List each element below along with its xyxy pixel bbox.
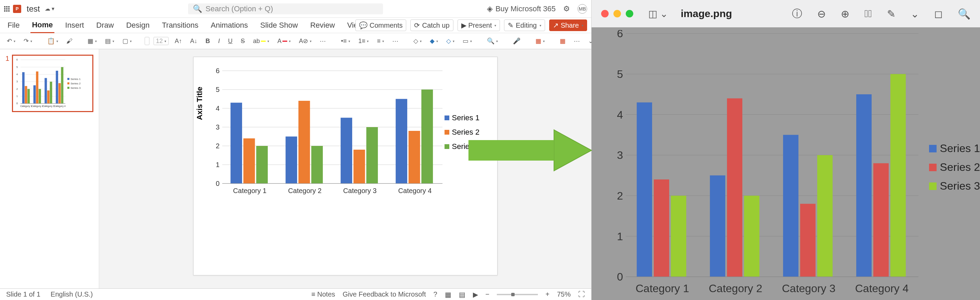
arrow-annotation [465, 116, 595, 186]
numbering-button[interactable]: 1≡ [356, 36, 371, 46]
format-painter-button[interactable]: 🖌 [64, 36, 75, 46]
preview-canvas[interactable]: 0123456Category 1Category 2Category 3Cat… [592, 27, 980, 300]
font-size-select[interactable]: 12 [154, 37, 169, 45]
markup-icon[interactable]: ✎ [887, 8, 896, 20]
search-icon[interactable]: 🔍 [958, 8, 970, 20]
bullets-button[interactable]: •≡ [339, 36, 352, 46]
new-slide-button[interactable]: ▦ [86, 36, 99, 46]
tab-design[interactable]: Design [125, 18, 151, 32]
tab-slide-show[interactable]: Slide Show [259, 18, 299, 32]
clear-formatting-button[interactable]: A⊘ [297, 36, 313, 46]
highlight-color-button[interactable]: ab [251, 36, 271, 46]
more-commands-button[interactable]: ⋯ [572, 36, 582, 46]
normal-view-icon[interactable]: ▦ [445, 290, 451, 298]
window-minimize-button[interactable] [613, 10, 621, 17]
info-icon[interactable]: ⓘ [792, 7, 802, 21]
redo-button[interactable]: ↷ [22, 36, 34, 46]
share-button[interactable]: ↗ Share [549, 19, 587, 31]
svg-rect-59 [421, 89, 433, 184]
search-input[interactable]: 🔍 Search (Option + Q) [188, 3, 383, 14]
find-button[interactable]: 🔍 [485, 36, 500, 46]
designer-button[interactable]: ▦ [533, 36, 547, 46]
editing-mode-button[interactable]: ✎ Editing [504, 19, 545, 31]
svg-rect-45 [231, 103, 242, 184]
tab-file[interactable]: File [6, 18, 21, 32]
slideshow-view-icon[interactable]: ▶ [473, 290, 478, 298]
tab-animations[interactable]: Animations [209, 18, 249, 32]
svg-text:2: 2 [617, 190, 623, 202]
tab-home[interactable]: Home [30, 18, 54, 33]
svg-rect-27 [59, 83, 61, 103]
underline-button[interactable]: U [226, 36, 235, 46]
tab-review[interactable]: Review [309, 18, 336, 32]
titlebar: P test ☁︎ ▾ 🔍 Search (Option + Q) ◈Buy M… [0, 0, 591, 18]
help-icon[interactable]: ? [433, 290, 437, 298]
slide-canvas[interactable]: Axis Title 0123456Category 1Category 2Ca… [193, 57, 498, 275]
layout-button[interactable]: ▤ [103, 36, 116, 46]
zoom-out-icon[interactable]: ⊖ [817, 8, 826, 20]
shapes-button[interactable]: ◇ [411, 36, 424, 46]
window-zoom-button[interactable] [626, 10, 633, 17]
language-status[interactable]: English (U.S.) [51, 290, 93, 298]
tab-transitions[interactable]: Transitions [161, 18, 200, 32]
zoom-out-button[interactable]: − [485, 290, 490, 298]
italic-button[interactable]: I [216, 36, 222, 46]
strikethrough-button[interactable]: S [239, 36, 247, 46]
avatar[interactable]: MB [578, 4, 587, 14]
bold-button[interactable]: B [204, 36, 212, 46]
sorter-view-icon[interactable]: ▤ [459, 290, 465, 298]
shape-fill-button[interactable]: ◆ [428, 36, 440, 46]
shape-outline-button[interactable]: ◇ [444, 36, 457, 46]
svg-rect-24 [50, 82, 52, 103]
decrease-font-button[interactable]: A↓ [188, 36, 199, 46]
present-button[interactable]: ▶ Present [458, 19, 500, 31]
more-paragraph-button[interactable]: ⋯ [390, 36, 401, 46]
undo-button[interactable]: ↶ [5, 36, 18, 46]
markup-caret-icon[interactable]: ⌄ [911, 8, 919, 20]
svg-rect-14 [22, 72, 25, 103]
align-button[interactable]: ≡ [375, 36, 386, 46]
catch-up-button[interactable]: ⟳ Catch up [410, 19, 453, 31]
chart-object[interactable]: Axis Title 0123456Category 1Category 2Ca… [202, 67, 489, 197]
svg-text:6: 6 [617, 30, 623, 40]
notes-button[interactable]: ≡ Notes [312, 290, 335, 298]
zoom-in-icon[interactable]: ⊕ [841, 8, 850, 20]
ribbon-tabs: File Home Insert Draw Design Transitions… [0, 18, 591, 33]
font-family-select[interactable] [145, 37, 150, 45]
document-name[interactable]: test [27, 4, 40, 14]
rotate-icon[interactable]: ◻ [934, 8, 943, 20]
slide-thumbnail-1[interactable]: 1 0123456Category 1Category 2Category 3C… [5, 55, 93, 112]
svg-rect-50 [298, 101, 310, 184]
zoom-slider[interactable] [497, 294, 538, 295]
arrange-button[interactable]: ▭ [461, 36, 474, 46]
sidebar-toggle-icon[interactable]: ◫ ⌄ [648, 8, 668, 19]
zoom-level[interactable]: 75% [557, 290, 571, 298]
font-color-button[interactable]: A [275, 36, 293, 46]
svg-text:Category 3: Category 3 [343, 187, 377, 194]
svg-rect-15 [25, 86, 27, 103]
buy-m365-button[interactable]: ◈Buy Microsoft 365 [487, 5, 556, 13]
svg-text:Category 4: Category 4 [855, 282, 909, 295]
reset-button[interactable]: ▢ [120, 36, 134, 46]
svg-text:3: 3 [215, 123, 219, 131]
increase-font-button[interactable]: A↑ [173, 36, 184, 46]
settings-icon[interactable]: ⚙ [563, 5, 570, 13]
tab-insert[interactable]: Insert [64, 18, 86, 32]
fit-to-window-button[interactable]: ⛶ [578, 290, 585, 298]
paste-button[interactable]: 📋 [45, 36, 60, 46]
cloud-saved-icon[interactable]: ☁︎ ▾ [45, 5, 54, 12]
zoom-in-button[interactable]: + [546, 290, 549, 298]
dictate-button[interactable]: 🎤 [511, 36, 522, 46]
svg-text:Category 3: Category 3 [782, 282, 836, 295]
app-launcher-icon[interactable] [4, 6, 10, 12]
feedback-button[interactable]: Give Feedback to Microsoft [343, 290, 426, 298]
share-icon[interactable]: ⇧⃞ [864, 8, 872, 19]
slide-thumbnail-panel: 1 0123456Category 1Category 2Category 3C… [0, 49, 99, 288]
more-font-button[interactable]: ⋯ [318, 36, 328, 46]
comments-button[interactable]: 💬 Comments [355, 19, 407, 31]
window-close-button[interactable] [601, 10, 609, 17]
tab-draw[interactable]: Draw [95, 18, 115, 32]
diamond-icon: ◈ [487, 5, 493, 13]
addins-button[interactable]: ▦ [558, 36, 568, 46]
slide-counter[interactable]: Slide 1 of 1 [6, 290, 40, 298]
